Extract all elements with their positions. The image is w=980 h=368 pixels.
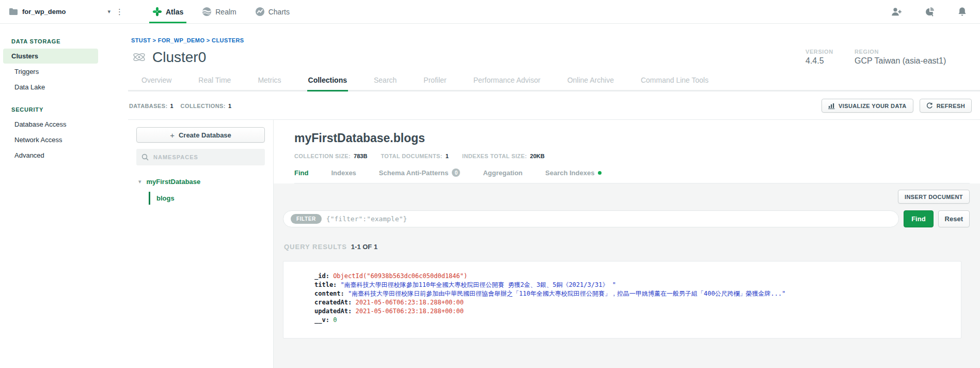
namespace-tree: ▾ myFirstDatabase blogs: [136, 178, 265, 205]
find-tab-content: INSERT DOCUMENT FILTER Find Reset QUERY …: [274, 183, 980, 368]
page-title: Cluster0: [152, 49, 206, 66]
tree-database-item[interactable]: ▾ myFirstDatabase: [136, 178, 265, 186]
field-value: "南臺科技大學田徑校隊日前參加由中華民國田徑協會舉辦之「110年全國大專校院田徑…: [348, 290, 785, 297]
tab-collections[interactable]: Collections: [307, 76, 348, 90]
sidebar-item-triggers[interactable]: Triggers: [3, 64, 98, 79]
atlas-logo-icon: [152, 7, 162, 17]
collections-count: 1: [228, 103, 231, 109]
query-results-count: 1-1 OF 1: [351, 243, 377, 251]
tab-metrics[interactable]: Metrics: [257, 76, 282, 90]
sidebar-section-security: SECURITY: [0, 106, 128, 113]
database-name[interactable]: myFirstDatabase: [147, 178, 201, 186]
namespaces-search[interactable]: [136, 149, 265, 165]
invite-user-icon[interactable]: [891, 7, 902, 17]
total-documents-label: TOTAL DOCUMENTS:: [381, 153, 442, 159]
collection-size-label: COLLECTION SIZE:: [294, 153, 351, 159]
project-activity-icon[interactable]: [925, 7, 935, 17]
collection-stats: COLLECTION SIZE:783B TOTAL DOCUMENTS:1 I…: [294, 153, 970, 159]
sidebar-item-advanced[interactable]: Advanced: [3, 148, 98, 163]
reset-button[interactable]: Reset: [938, 210, 970, 227]
collection-title: myFirstDatabase.blogs: [294, 131, 970, 145]
field-value: 0: [333, 316, 337, 324]
sidebar-item-clusters[interactable]: Clusters: [3, 49, 98, 64]
project-menu-icon[interactable]: ⋮: [110, 0, 129, 23]
document-field-title: title: "南臺科技大學田徑校隊參加110年全國大專校院田徑公開賽 勇獲2金…: [314, 281, 949, 289]
filter-input-wrapper[interactable]: FILTER: [283, 210, 899, 227]
field-value: 2021-05-06T06:23:18.288+00:00: [355, 299, 464, 306]
realm-logo-icon: [202, 7, 212, 17]
tab-search-indexes[interactable]: Search Indexes: [545, 168, 602, 183]
tab-real-time[interactable]: Real Time: [197, 76, 232, 90]
tab-online-archive[interactable]: Online Archive: [566, 76, 615, 90]
folder-icon: [9, 8, 18, 15]
sidebar-item-network-access[interactable]: Network Access: [3, 132, 98, 147]
chevron-down-icon[interactable]: ▾: [138, 178, 141, 185]
field-key: updatedAt:: [314, 308, 352, 315]
document-card[interactable]: _id: ObjectId("60938b563dc06c050d0d1846"…: [283, 261, 961, 339]
filter-badge: FILTER: [291, 214, 322, 224]
filter-input[interactable]: [326, 215, 891, 223]
region-block: REGION GCP Taiwan (asia-east1): [855, 49, 976, 66]
bar-chart-icon: [828, 103, 835, 109]
version-label: VERSION: [805, 49, 855, 55]
collection-tabs: Find Indexes Schema Anti-Patterns 0 Aggr…: [294, 168, 970, 183]
nav-tab-atlas[interactable]: Atlas: [143, 0, 193, 23]
nav-tab-label: Realm: [215, 8, 236, 16]
notifications-bell-icon[interactable]: [958, 7, 967, 17]
field-key: content:: [314, 290, 344, 297]
cluster-tabs: Overview Real Time Metrics Collections S…: [128, 76, 980, 91]
create-database-button[interactable]: + Create Database: [136, 127, 265, 143]
version-value: 4.4.5: [805, 56, 855, 66]
nav-tab-label: Charts: [268, 8, 290, 16]
namespace-panel: + Create Database ▾ myFirstDatabase: [128, 120, 274, 368]
namespaces-search-input[interactable]: [153, 154, 260, 160]
tab-command-line-tools[interactable]: Command Line Tools: [640, 76, 709, 90]
field-key: title:: [314, 281, 337, 288]
refresh-icon: [926, 102, 933, 109]
databases-label: DATABASES:: [129, 103, 167, 109]
cluster-icon: [132, 50, 146, 64]
charts-logo-icon: [255, 7, 265, 17]
sidebar-item-database-access[interactable]: Database Access: [3, 117, 98, 132]
tab-schema-anti-patterns[interactable]: Schema Anti-Patterns 0: [379, 168, 461, 183]
sidebar-item-data-lake[interactable]: Data Lake: [3, 80, 98, 95]
nav-tab-label: Atlas: [166, 8, 183, 16]
databases-count: 1: [170, 103, 173, 109]
nav-tab-realm[interactable]: Realm: [193, 0, 245, 23]
collections-label: COLLECTIONS:: [181, 103, 226, 109]
create-database-label: Create Database: [179, 131, 231, 139]
version-block: VERSION 4.4.5: [805, 49, 855, 66]
tab-aggregation[interactable]: Aggregation: [483, 168, 523, 183]
insert-document-button[interactable]: INSERT DOCUMENT: [898, 190, 970, 204]
breadcrumb[interactable]: STUST > FOR_WP_DEMO > CLUSTERS: [131, 37, 980, 43]
plus-icon: +: [170, 131, 175, 140]
field-key: createdAt:: [314, 299, 352, 306]
refresh-button[interactable]: REFRESH: [920, 99, 972, 113]
project-switcher[interactable]: for_wp_demo ▾: [0, 0, 110, 23]
refresh-label: REFRESH: [937, 103, 965, 109]
collection-size-value: 783B: [354, 153, 367, 159]
tab-search[interactable]: Search: [373, 76, 398, 90]
document-field-id: _id: ObjectId("60938b563dc06c050d0d1846"…: [314, 272, 949, 281]
field-key: __v:: [314, 316, 329, 324]
tree-collection-item[interactable]: blogs: [149, 192, 265, 205]
product-nav: Atlas Realm: [143, 0, 299, 23]
search-icon: [141, 154, 149, 161]
tab-find[interactable]: Find: [294, 168, 308, 183]
document-field-version: __v: 0: [314, 316, 949, 325]
find-button[interactable]: Find: [904, 210, 933, 227]
document-field-created-at: createdAt: 2021-05-06T06:23:18.288+00:00: [314, 298, 949, 307]
tab-performance-advisor[interactable]: Performance Advisor: [472, 76, 542, 90]
main-content: STUST > FOR_WP_DEMO > CLUSTERS Cluster0 …: [128, 24, 980, 368]
tab-profiler[interactable]: Profiler: [422, 76, 447, 90]
query-results-summary: QUERY RESULTS 1-1 OF 1: [283, 243, 970, 251]
visualize-data-button[interactable]: VISUALIZE YOUR DATA: [821, 99, 913, 113]
tab-overview[interactable]: Overview: [140, 76, 172, 90]
anti-patterns-badge: 0: [452, 168, 460, 177]
field-value: ObjectId("60938b563dc06c050d0d1846"): [333, 272, 467, 280]
tab-indexes[interactable]: Indexes: [331, 168, 356, 183]
nav-tab-charts[interactable]: Charts: [246, 0, 299, 23]
top-nav-actions: [891, 0, 980, 23]
sidebar-section-data-storage: DATA STORAGE: [0, 38, 128, 44]
region-value: GCP Taiwan (asia-east1): [855, 56, 976, 66]
